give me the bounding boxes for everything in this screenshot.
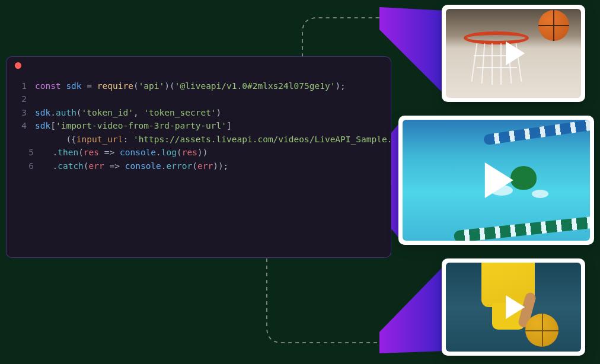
code-line-4: 4 sdk['import-video-from-3rd-party-url'] [7,119,391,132]
play-icon [485,162,513,198]
code-text: sdk.auth('token_id', 'token_secret') [35,106,221,119]
video-thumbnail-basketball-hoop[interactable] [442,5,585,102]
code-line-3: 3 sdk.auth('token_id', 'token_secret') [7,106,391,119]
basketball-icon [525,314,558,347]
thumbnail-image [403,120,590,241]
thumbnail-image [446,9,581,98]
basketball-icon [538,10,569,41]
code-text: ({input_url: 'https://assets.liveapi.com… [35,133,391,146]
line-number: 3 [16,106,27,119]
line-number: 5 [16,146,34,159]
code-editor-window: 1 const sdk = require('api')('@liveapi/v… [6,56,391,258]
code-line-2: 2 [7,92,391,106]
window-titlebar [7,57,391,74]
swimmer-cap [510,166,537,190]
code-text: .then(res => console.log(res)) [42,146,208,159]
line-number: 2 [16,92,27,106]
code-text: .catch(err => console.error(err)); [42,159,228,173]
traffic-light-close[interactable] [15,62,21,69]
code-line-6: 6 .catch(err => console.error(err)); [7,159,391,173]
play-icon [506,295,525,319]
code-text: sdk['import-video-from-3rd-party-url'] [35,119,232,132]
code-line-4b: ({input_url: 'https://assets.liveapi.com… [7,133,391,146]
code-line-5: 5 .then(res => console.log(res)) [7,146,391,159]
code-block: 1 const sdk = require('api')('@liveapi/v… [7,74,391,184]
video-thumbnail-basketball-player[interactable] [442,258,585,356]
code-line-1: 1 const sdk = require('api')('@liveapi/v… [7,79,391,92]
svg-marker-2 [379,264,446,353]
line-number: 1 [16,79,27,92]
thumbnail-image [446,263,581,352]
play-icon [506,41,525,65]
lane-rope [483,120,590,145]
water-splash [532,190,548,198]
video-thumbnail-swimmer[interactable] [398,116,594,245]
code-text: const sdk = require('api')('@liveapi/v1.… [35,79,346,92]
line-number: 4 [16,119,27,132]
lane-rope [454,215,590,241]
line-number [16,133,27,146]
line-number: 6 [16,159,34,173]
